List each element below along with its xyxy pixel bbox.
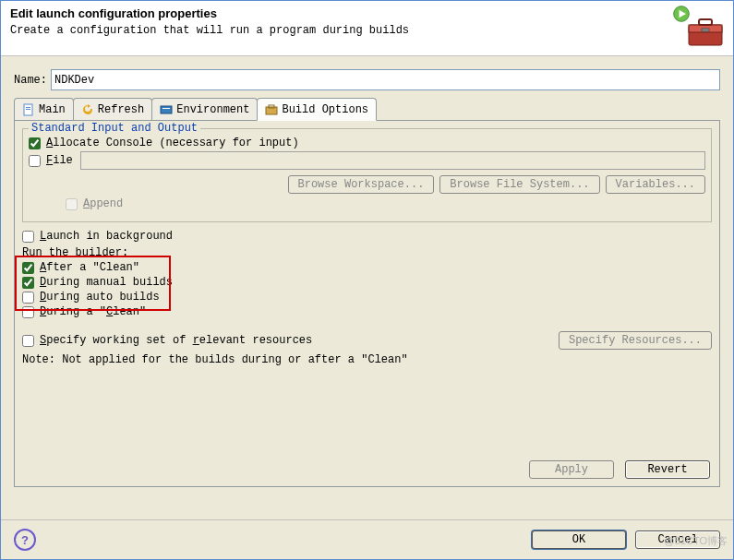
launch-background-checkbox[interactable] [22,231,34,243]
environment-icon [160,103,173,116]
append-label: Append [83,197,123,210]
name-label: Name: [14,74,47,87]
allocate-console-label: Allocate Console (necessary for input) [46,137,299,149]
apply-revert-row: Apply Revert [529,460,710,479]
during-manual-row: During manual builds [22,276,712,289]
dialog-header: Edit launch configuration properties Cre… [1,1,733,56]
dialog-body: Name: Main Refresh Environment [1,56,733,508]
during-auto-row: During auto builds [22,291,712,304]
tab-build-options[interactable]: Build Options [257,98,377,121]
tab-environment[interactable]: Environment [151,98,258,120]
launch-background-label: Launch in background [40,230,173,243]
svg-rect-5 [702,29,709,31]
during-manual-label: During manual builds [40,276,173,289]
refresh-icon [81,103,94,116]
tabs-bar: Main Refresh Environment Build Options [14,100,720,120]
during-auto-label: During auto builds [40,291,160,304]
file-path-input[interactable] [80,151,705,170]
run-builder-title: Run the builder: [22,246,712,259]
svg-rect-7 [26,107,30,108]
tab-environment-label: Environment [176,103,249,116]
browse-workspace-button[interactable]: Browse Workspace... [288,175,435,194]
name-row: Name: [14,69,720,90]
working-set-note: Note: Not applied for the builds during … [22,353,712,366]
cancel-button[interactable]: Cancel [635,530,720,549]
document-icon [22,103,35,116]
toolbox-icon [683,6,728,51]
tab-main[interactable]: Main [14,98,74,120]
browse-filesystem-button[interactable]: Browse File System... [439,175,599,194]
append-checkbox [66,198,78,210]
during-clean-label: During a "Clean" [40,305,146,318]
stdio-legend: Standard Input and Output [29,122,200,135]
tab-build-options-label: Build Options [282,103,368,116]
during-clean-checkbox[interactable] [22,306,34,318]
working-set-label: Specify working set of relevant resource… [40,334,312,347]
after-clean-label: After a "Clean" [40,261,139,274]
tab-refresh-label: Refresh [98,103,144,116]
variables-button[interactable]: Variables... [606,175,705,194]
dialog-window: Edit launch configuration properties Cre… [0,0,734,560]
working-set-row: Specify working set of relevant resource… [22,331,712,350]
svg-rect-10 [162,108,170,109]
build-options-icon [265,103,278,116]
during-auto-checkbox[interactable] [22,292,34,304]
after-clean-row: After a "Clean" [22,261,712,274]
allocate-console-checkbox[interactable] [29,137,41,149]
dialog-subtitle: Create a configuration that will run a p… [10,24,724,37]
dialog-title: Edit launch configuration properties [10,6,724,20]
stdio-group: Standard Input and Output Allocate Conso… [22,128,712,222]
help-icon[interactable]: ? [14,529,36,551]
file-buttons-row: Browse Workspace... Browse File System..… [29,175,705,194]
after-clean-checkbox[interactable] [22,262,34,274]
specify-resources-button[interactable]: Specify Resources... [559,331,712,350]
ok-button[interactable]: OK [532,530,626,549]
file-checkbox[interactable] [29,155,41,167]
launch-background-row: Launch in background [22,230,712,243]
file-row: File [29,151,705,170]
svg-rect-8 [26,109,30,110]
file-label: File [46,154,73,167]
during-manual-checkbox[interactable] [22,277,34,289]
working-set-checkbox[interactable] [22,335,34,347]
during-clean-row: During a "Clean" [22,305,712,318]
allocate-console-row: Allocate Console (necessary for input) [29,137,705,149]
apply-button[interactable]: Apply [529,460,614,479]
revert-button[interactable]: Revert [625,460,710,479]
append-row: Append [66,197,705,210]
name-input[interactable] [51,69,720,90]
tab-main-label: Main [39,103,66,116]
dialog-footer: ? OK Cancel [1,519,733,559]
build-options-panel: Standard Input and Output Allocate Conso… [14,120,720,487]
svg-rect-9 [161,106,172,113]
tab-refresh[interactable]: Refresh [73,98,152,120]
svg-rect-4 [699,19,712,25]
